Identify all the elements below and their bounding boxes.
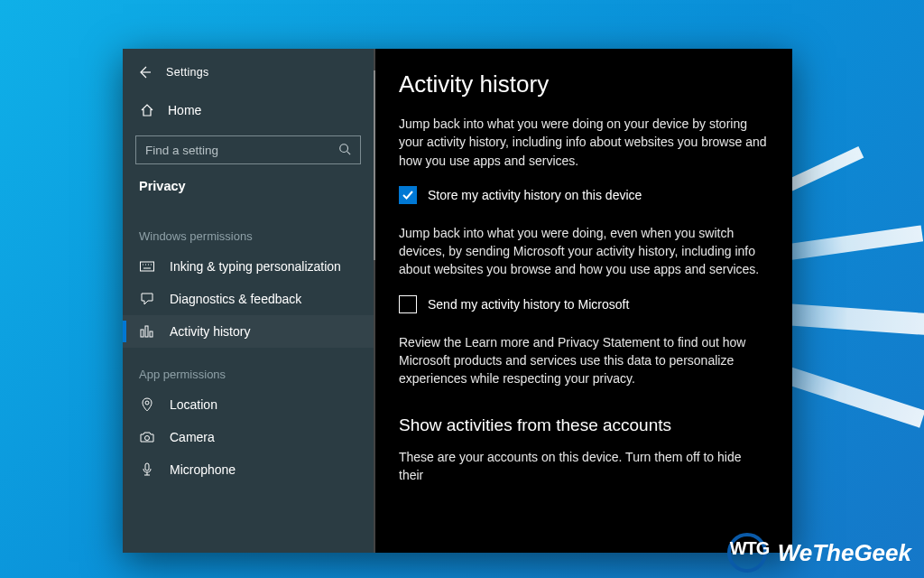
sidebar: Settings Home Privacy Windows permission… bbox=[123, 49, 374, 553]
nav-item-activity-history[interactable]: Activity history bbox=[123, 315, 374, 348]
svg-line-6 bbox=[347, 151, 351, 154]
section-heading-accounts: Show activities from these accounts bbox=[399, 415, 767, 435]
camera-icon bbox=[139, 431, 155, 443]
svg-rect-7 bbox=[141, 262, 154, 271]
location-icon bbox=[139, 397, 155, 412]
nav-item-location[interactable]: Location bbox=[123, 388, 374, 421]
svg-rect-13 bbox=[141, 330, 143, 337]
home-label: Home bbox=[168, 103, 201, 117]
svg-rect-14 bbox=[145, 326, 148, 337]
checkbox-store-activity[interactable]: Store my activity history on this device bbox=[399, 186, 767, 204]
nav-label: Microphone bbox=[170, 462, 236, 477]
feedback-icon bbox=[139, 292, 155, 306]
description-3: Review the Learn more and Privacy Statem… bbox=[399, 333, 767, 388]
nav-item-camera[interactable]: Camera bbox=[123, 421, 374, 453]
svg-point-16 bbox=[145, 401, 149, 405]
description-1: Jump back into what you were doing on yo… bbox=[399, 115, 767, 170]
titlebar: Settings bbox=[123, 49, 374, 90]
page-heading: Activity history bbox=[399, 70, 767, 98]
checkbox-label: Send my activity history to Microsoft bbox=[428, 297, 629, 312]
keyboard-icon bbox=[139, 260, 155, 273]
search-box[interactable] bbox=[135, 135, 361, 164]
nav-item-inking-typing[interactable]: Inking & typing personalization bbox=[123, 250, 374, 283]
back-button[interactable] bbox=[135, 63, 153, 81]
home-button[interactable]: Home bbox=[123, 90, 374, 130]
checkbox-send-activity[interactable]: Send my activity history to Microsoft bbox=[399, 295, 767, 313]
svg-rect-18 bbox=[145, 463, 149, 471]
nav-label: Location bbox=[170, 397, 217, 412]
nav-label: Diagnostics & feedback bbox=[170, 292, 301, 306]
microphone-icon bbox=[139, 462, 155, 477]
settings-category: Privacy bbox=[123, 175, 374, 210]
scrollbar-thumb[interactable] bbox=[374, 70, 375, 260]
svg-point-17 bbox=[145, 436, 150, 441]
svg-point-5 bbox=[340, 144, 348, 152]
nav-item-microphone[interactable]: Microphone bbox=[123, 453, 374, 486]
checkbox-box bbox=[399, 295, 417, 313]
watermark-badge: WTG bbox=[727, 533, 771, 573]
scrollbar[interactable] bbox=[374, 49, 375, 553]
checkbox-box bbox=[399, 186, 417, 204]
watermark-text: WeTheGeek bbox=[778, 539, 911, 567]
content-pane: Activity history Jump back into what you… bbox=[374, 49, 792, 553]
checkbox-label: Store my activity history on this device bbox=[428, 188, 642, 202]
svg-rect-15 bbox=[150, 331, 152, 337]
nav-item-diagnostics[interactable]: Diagnostics & feedback bbox=[123, 283, 374, 315]
description-4: These are your accounts on this device. … bbox=[399, 448, 767, 485]
nav-label: Camera bbox=[170, 430, 215, 444]
search-input[interactable] bbox=[145, 144, 338, 157]
nav-label: Activity history bbox=[170, 324, 250, 339]
search-icon bbox=[338, 143, 351, 158]
group-windows-permissions: Windows permissions bbox=[123, 210, 374, 250]
home-icon bbox=[139, 103, 155, 117]
window-title: Settings bbox=[166, 66, 209, 79]
nav-label: Inking & typing personalization bbox=[170, 259, 341, 274]
settings-window: Settings Home Privacy Windows permission… bbox=[123, 49, 792, 553]
watermark: WTG WeTheGeek bbox=[727, 533, 911, 573]
group-app-permissions: App permissions bbox=[123, 348, 374, 388]
activity-icon bbox=[139, 324, 155, 339]
description-2: Jump back into what you were doing, even… bbox=[399, 224, 767, 279]
